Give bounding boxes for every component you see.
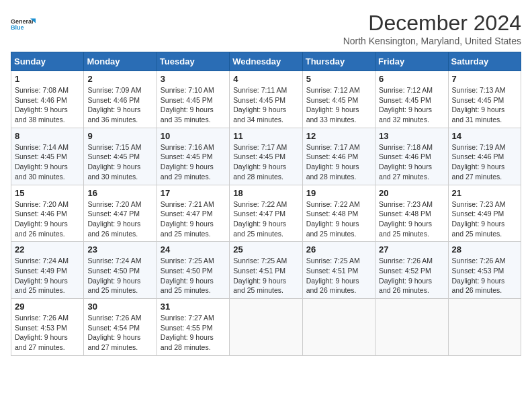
- day-number: 9: [87, 131, 152, 141]
- day-info: Sunrise: 7:12 AMSunset: 4:45 PMDaylight:…: [379, 86, 433, 124]
- calendar-cell: 24 Sunrise: 7:25 AMSunset: 4:50 PMDaylig…: [157, 242, 229, 299]
- calendar-cell: 4 Sunrise: 7:11 AMSunset: 4:45 PMDayligh…: [230, 71, 302, 128]
- calendar-week-row: 15 Sunrise: 7:20 AMSunset: 4:46 PMDaylig…: [11, 185, 521, 242]
- calendar-cell: 20 Sunrise: 7:23 AMSunset: 4:48 PMDaylig…: [375, 185, 448, 242]
- day-number: 19: [306, 188, 371, 198]
- day-number: 26: [306, 244, 371, 255]
- day-number: 29: [15, 302, 80, 312]
- day-number: 27: [379, 244, 444, 255]
- header: General Blue December 2024 North Kensing…: [11, 11, 521, 46]
- day-number: 7: [452, 74, 517, 84]
- calendar-cell: 31 Sunrise: 7:27 AMSunset: 4:55 PMDaylig…: [157, 299, 229, 356]
- calendar-cell: 16 Sunrise: 7:20 AMSunset: 4:47 PMDaylig…: [84, 185, 157, 242]
- title-area: December 2024 North Kensington, Maryland…: [343, 11, 521, 46]
- calendar-cell: 29 Sunrise: 7:26 AMSunset: 4:53 PMDaylig…: [11, 299, 84, 356]
- day-number: 24: [161, 244, 226, 255]
- calendar-cell: 3 Sunrise: 7:10 AMSunset: 4:45 PMDayligh…: [157, 71, 229, 128]
- day-info: Sunrise: 7:20 AMSunset: 4:46 PMDaylight:…: [15, 200, 69, 238]
- calendar-cell: 19 Sunrise: 7:22 AMSunset: 4:48 PMDaylig…: [302, 185, 375, 242]
- calendar-cell: 22 Sunrise: 7:24 AMSunset: 4:49 PMDaylig…: [11, 242, 84, 299]
- day-number: 1: [15, 74, 80, 84]
- day-number: 30: [87, 302, 152, 312]
- day-info: Sunrise: 7:16 AMSunset: 4:45 PMDaylight:…: [161, 143, 214, 181]
- day-info: Sunrise: 7:13 AMSunset: 4:45 PMDaylight:…: [452, 86, 506, 124]
- day-info: Sunrise: 7:17 AMSunset: 4:46 PMDaylight:…: [306, 143, 360, 181]
- day-number: 14: [452, 131, 517, 141]
- day-info: Sunrise: 7:25 AMSunset: 4:51 PMDaylight:…: [306, 257, 360, 294]
- day-info: Sunrise: 7:26 AMSunset: 4:53 PMDaylight:…: [452, 257, 506, 294]
- calendar-week-row: 22 Sunrise: 7:24 AMSunset: 4:49 PMDaylig…: [11, 242, 521, 299]
- svg-text:Blue: Blue: [11, 24, 24, 31]
- header-wednesday: Wednesday: [230, 52, 302, 71]
- day-number: 15: [15, 188, 80, 198]
- day-info: Sunrise: 7:08 AMSunset: 4:46 PMDaylight:…: [15, 86, 69, 124]
- day-info: Sunrise: 7:23 AMSunset: 4:49 PMDaylight:…: [452, 200, 506, 238]
- calendar: Sunday Monday Tuesday Wednesday Thursday…: [11, 52, 521, 356]
- subtitle: North Kensington, Maryland, United State…: [343, 36, 521, 46]
- day-info: Sunrise: 7:26 AMSunset: 4:53 PMDaylight:…: [15, 314, 69, 351]
- day-number: 22: [15, 244, 80, 255]
- calendar-cell: 8 Sunrise: 7:14 AMSunset: 4:45 PMDayligh…: [11, 128, 84, 185]
- calendar-cell: 28 Sunrise: 7:26 AMSunset: 4:53 PMDaylig…: [448, 242, 521, 299]
- calendar-cell: [448, 299, 521, 356]
- calendar-cell: 2 Sunrise: 7:09 AMSunset: 4:46 PMDayligh…: [84, 71, 157, 128]
- header-sunday: Sunday: [11, 52, 84, 71]
- day-number: 10: [161, 131, 226, 141]
- header-tuesday: Tuesday: [157, 52, 229, 71]
- day-number: 5: [306, 74, 371, 84]
- day-number: 16: [87, 188, 152, 198]
- header-friday: Friday: [375, 52, 448, 71]
- day-number: 6: [379, 74, 444, 84]
- calendar-cell: 10 Sunrise: 7:16 AMSunset: 4:45 PMDaylig…: [157, 128, 229, 185]
- calendar-cell: 5 Sunrise: 7:12 AMSunset: 4:45 PMDayligh…: [302, 71, 375, 128]
- day-number: 11: [233, 131, 298, 141]
- day-info: Sunrise: 7:26 AMSunset: 4:52 PMDaylight:…: [379, 257, 433, 294]
- calendar-cell: 15 Sunrise: 7:20 AMSunset: 4:46 PMDaylig…: [11, 185, 84, 242]
- calendar-cell: 30 Sunrise: 7:26 AMSunset: 4:54 PMDaylig…: [84, 299, 157, 356]
- calendar-cell: [230, 299, 302, 356]
- calendar-cell: 12 Sunrise: 7:17 AMSunset: 4:46 PMDaylig…: [302, 128, 375, 185]
- day-number: 12: [306, 131, 371, 141]
- calendar-cell: 17 Sunrise: 7:21 AMSunset: 4:47 PMDaylig…: [157, 185, 229, 242]
- calendar-cell: 6 Sunrise: 7:12 AMSunset: 4:45 PMDayligh…: [375, 71, 448, 128]
- calendar-cell: [375, 299, 448, 356]
- day-info: Sunrise: 7:11 AMSunset: 4:45 PMDaylight:…: [233, 86, 287, 124]
- day-info: Sunrise: 7:10 AMSunset: 4:45 PMDaylight:…: [161, 86, 214, 124]
- day-info: Sunrise: 7:18 AMSunset: 4:46 PMDaylight:…: [379, 143, 433, 181]
- calendar-cell: 27 Sunrise: 7:26 AMSunset: 4:52 PMDaylig…: [375, 242, 448, 299]
- day-number: 21: [452, 188, 517, 198]
- calendar-header-row: Sunday Monday Tuesday Wednesday Thursday…: [11, 52, 521, 71]
- calendar-cell: 14 Sunrise: 7:19 AMSunset: 4:46 PMDaylig…: [448, 128, 521, 185]
- header-monday: Monday: [84, 52, 157, 71]
- day-number: 18: [233, 188, 298, 198]
- day-number: 8: [15, 131, 80, 141]
- day-info: Sunrise: 7:09 AMSunset: 4:46 PMDaylight:…: [87, 86, 141, 124]
- day-info: Sunrise: 7:25 AMSunset: 4:50 PMDaylight:…: [161, 257, 214, 294]
- day-info: Sunrise: 7:25 AMSunset: 4:51 PMDaylight:…: [233, 257, 287, 294]
- day-number: 4: [233, 74, 298, 84]
- calendar-cell: 26 Sunrise: 7:25 AMSunset: 4:51 PMDaylig…: [302, 242, 375, 299]
- day-info: Sunrise: 7:23 AMSunset: 4:48 PMDaylight:…: [379, 200, 433, 238]
- calendar-week-row: 8 Sunrise: 7:14 AMSunset: 4:45 PMDayligh…: [11, 128, 521, 185]
- header-saturday: Saturday: [448, 52, 521, 71]
- calendar-cell: 9 Sunrise: 7:15 AMSunset: 4:45 PMDayligh…: [84, 128, 157, 185]
- day-info: Sunrise: 7:17 AMSunset: 4:45 PMDaylight:…: [233, 143, 287, 181]
- day-info: Sunrise: 7:22 AMSunset: 4:47 PMDaylight:…: [233, 200, 287, 238]
- day-number: 31: [161, 302, 226, 312]
- calendar-cell: [302, 299, 375, 356]
- day-number: 13: [379, 131, 444, 141]
- day-info: Sunrise: 7:27 AMSunset: 4:55 PMDaylight:…: [161, 314, 214, 351]
- calendar-cell: 23 Sunrise: 7:24 AMSunset: 4:50 PMDaylig…: [84, 242, 157, 299]
- day-number: 25: [233, 244, 298, 255]
- calendar-cell: 1 Sunrise: 7:08 AMSunset: 4:46 PMDayligh…: [11, 71, 84, 128]
- calendar-cell: 21 Sunrise: 7:23 AMSunset: 4:49 PMDaylig…: [448, 185, 521, 242]
- day-info: Sunrise: 7:12 AMSunset: 4:45 PMDaylight:…: [306, 86, 360, 124]
- calendar-cell: 7 Sunrise: 7:13 AMSunset: 4:45 PMDayligh…: [448, 71, 521, 128]
- svg-text:General: General: [11, 18, 34, 25]
- calendar-cell: 18 Sunrise: 7:22 AMSunset: 4:47 PMDaylig…: [230, 185, 302, 242]
- day-info: Sunrise: 7:24 AMSunset: 4:50 PMDaylight:…: [87, 257, 141, 294]
- logo-svg: General Blue: [11, 11, 38, 38]
- day-number: 28: [452, 244, 517, 255]
- calendar-cell: 11 Sunrise: 7:17 AMSunset: 4:45 PMDaylig…: [230, 128, 302, 185]
- day-number: 2: [87, 74, 152, 84]
